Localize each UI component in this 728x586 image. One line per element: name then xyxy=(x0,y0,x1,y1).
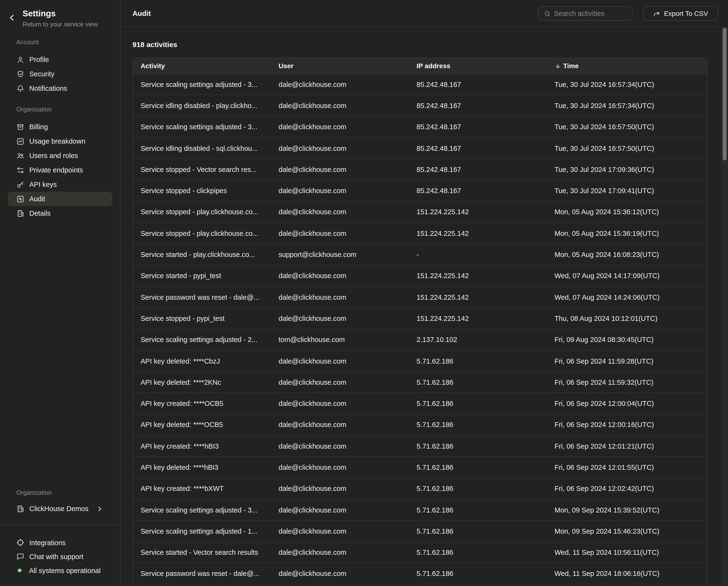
cell-user: dale@clickhouse.com xyxy=(271,138,409,159)
cell-time: Fri, 06 Sep 2024 12:01:21(UTC) xyxy=(547,435,707,457)
column-header-time[interactable]: Time xyxy=(547,58,707,74)
column-header-activity[interactable]: Activity xyxy=(133,58,271,74)
cell-activity: Service stopped - pypi_test xyxy=(133,308,271,329)
sidebar-item-details[interactable]: Details xyxy=(8,206,112,220)
cell-user: dale@clickhouse.com xyxy=(271,308,409,329)
table-row[interactable]: Service stopped - pypi_testdale@clickhou… xyxy=(133,308,707,329)
sidebar-item-audit[interactable]: Audit xyxy=(8,192,112,206)
table-row[interactable]: Service password was reset - dale@...dal… xyxy=(133,563,707,585)
sidebar-item-users-and-roles[interactable]: Users and roles xyxy=(8,148,112,163)
table-row[interactable]: Service idling disabled - sql.clickhou..… xyxy=(133,138,707,159)
column-label: IP address xyxy=(417,62,450,70)
key-icon xyxy=(16,180,24,189)
cell-ip-address: 5.71.62.186 xyxy=(409,414,547,436)
table-row[interactable]: Service scaling settings adjusted - 3...… xyxy=(133,116,707,138)
sidebar-item-label: Chat with support xyxy=(29,553,83,560)
sidebar-item-integrations[interactable]: Integrations xyxy=(8,536,112,550)
table-row[interactable]: API key created: ****bXWTdale@clickhouse… xyxy=(133,478,707,499)
cell-user: dale@clickhouse.com xyxy=(271,265,409,287)
sidebar-item-label: Users and roles xyxy=(29,152,78,160)
vertical-scrollbar[interactable] xyxy=(721,27,728,586)
cell-user: dale@clickhouse.com xyxy=(271,435,409,457)
table-row[interactable]: API key deleted: ****CbzJdale@clickhouse… xyxy=(133,350,707,372)
org-switcher-clickhouse-demos[interactable]: ClickHouse Demos xyxy=(8,502,112,516)
table-row[interactable]: Service password was reset - dale@...dal… xyxy=(133,287,707,308)
sidebar-nav: AccountProfileSecurityNotificationsOrgan… xyxy=(0,39,120,220)
table-row[interactable]: Service idling disabled - play.clickho..… xyxy=(133,95,707,117)
cell-time: Fri, 06 Sep 2024 12:00:16(UTC) xyxy=(547,414,707,436)
column-label: User xyxy=(279,62,293,70)
table-row[interactable]: Service started - play.clickhouse.co...s… xyxy=(133,244,707,265)
sidebar-item-billing[interactable]: Billing xyxy=(8,120,112,134)
scrollbar-thumb[interactable] xyxy=(723,28,726,161)
column-header-user[interactable]: User xyxy=(271,58,409,74)
cell-time: Tue, 30 Jul 2024 16:57:50(UTC) xyxy=(547,116,707,138)
cell-time: Tue, 30 Jul 2024 16:57:50(UTC) xyxy=(547,138,707,159)
table-row[interactable]: API key created: ****OCB5dale@clickhouse… xyxy=(133,393,707,414)
column-header-ip-address[interactable]: IP address xyxy=(409,58,547,74)
sidebar-item-security[interactable]: Security xyxy=(8,67,112,81)
table-row[interactable]: Service scaling settings adjusted - 2...… xyxy=(133,329,707,350)
cell-activity: Service started - play.clickhouse.co... xyxy=(133,244,271,265)
cell-time: Fri, 06 Sep 2024 11:59:28(UTC) xyxy=(547,350,707,372)
cell-user: dale@clickhouse.com xyxy=(271,371,409,393)
cell-user: dale@clickhouse.com xyxy=(271,414,409,436)
cell-ip-address: 151.224.225.142 xyxy=(409,201,547,223)
export-to-csv-button[interactable]: Export To CSV xyxy=(643,6,718,21)
table-row[interactable]: API key deleted: ****OCB5dale@clickhouse… xyxy=(133,414,707,436)
table-row[interactable]: Service started - Vector search resultsd… xyxy=(133,542,707,563)
organization-switcher-section: Organization ClickHouse Demos xyxy=(0,489,120,516)
cell-activity: API key created: ****bXWT xyxy=(133,478,271,499)
cell-time: Wed, 11 Sep 2024 10:56:11(UTC) xyxy=(547,542,707,563)
table-row[interactable]: Service started - pypi_testdale@clickhou… xyxy=(133,265,707,287)
organization-section-label: Organization xyxy=(0,489,120,497)
sidebar-item-private-endpoints[interactable]: Private endpoints xyxy=(8,163,112,177)
main-panel: Audit Export To CSV 918 activities xyxy=(121,0,728,586)
table-row[interactable]: API key deleted: ****2KNcdale@clickhouse… xyxy=(133,371,707,393)
sidebar-item-api-keys[interactable]: API keys xyxy=(8,177,112,192)
search-activities-box xyxy=(538,6,632,21)
table-row[interactable]: Service stopped - observability-demodale… xyxy=(133,584,707,586)
cell-ip-address: 151.224.225.142 xyxy=(409,223,547,244)
return-to-service-link[interactable]: Return to your service view xyxy=(23,21,120,28)
cell-activity: Service stopped - Vector search res... xyxy=(133,159,271,180)
section-label: Organization xyxy=(0,106,120,113)
cell-user: dale@clickhouse.com xyxy=(271,393,409,414)
table-row[interactable]: Service scaling settings adjusted - 3...… xyxy=(133,74,707,95)
table-row[interactable]: API key created: ****hBI3dale@clickhouse… xyxy=(133,435,707,457)
clickhouse-settings-window: Settings Return to your service view Acc… xyxy=(0,0,728,586)
table-row[interactable]: Service stopped - clickpipesdale@clickho… xyxy=(133,180,707,201)
building-icon xyxy=(16,505,24,513)
cell-activity: Service started - pypi_test xyxy=(133,265,271,287)
table-row[interactable]: Service scaling settings adjusted - 3...… xyxy=(133,499,707,521)
cell-activity: Service stopped - play.clickhouse.co... xyxy=(133,201,271,223)
cell-time: Wed, 07 Aug 2024 14:17:09(UTC) xyxy=(547,265,707,287)
cell-activity: API key deleted: ****2KNc xyxy=(133,371,271,393)
user-icon xyxy=(16,55,24,64)
search-input[interactable] xyxy=(554,7,627,20)
cell-user: dale@clickhouse.com xyxy=(271,499,409,521)
cell-user: dale@clickhouse.com xyxy=(271,563,409,585)
cell-user: dale@clickhouse.com xyxy=(271,350,409,372)
cell-activity: Service scaling settings adjusted - 2... xyxy=(133,329,271,350)
cell-ip-address: 5.71.62.186 xyxy=(409,520,547,542)
sidebar-item-usage-breakdown[interactable]: Usage breakdown xyxy=(8,134,112,148)
status-indicator[interactable]: All systems operational xyxy=(8,563,112,577)
cell-activity: Service stopped - observability-demo xyxy=(133,584,271,586)
table-row[interactable]: Service stopped - play.clickhouse.co...d… xyxy=(133,201,707,223)
table-row[interactable]: Service stopped - Vector search res...da… xyxy=(133,159,707,180)
sidebar-item-chat-with-support[interactable]: Chat with support xyxy=(8,550,112,563)
cell-activity: Service scaling settings adjusted - 3... xyxy=(133,74,271,95)
back-button[interactable] xyxy=(7,13,17,23)
swap-arrows-icon xyxy=(16,166,24,174)
sidebar-item-notifications[interactable]: Notifications xyxy=(8,81,112,96)
shield-check-icon xyxy=(16,70,24,78)
sidebar-item-profile[interactable]: Profile xyxy=(8,52,112,67)
table-row[interactable]: Service stopped - play.clickhouse.co...d… xyxy=(133,223,707,244)
table-row[interactable]: Service scaling settings adjusted - 1...… xyxy=(133,520,707,542)
cell-ip-address: 5.71.62.186 xyxy=(409,478,547,499)
cell-activity: Service scaling settings adjusted - 3... xyxy=(133,116,271,138)
cell-activity: Service stopped - clickpipes xyxy=(133,180,271,201)
table-row[interactable]: API key deleted: ****hBI3dale@clickhouse… xyxy=(133,457,707,478)
cell-user: dale@clickhouse.com xyxy=(271,478,409,499)
